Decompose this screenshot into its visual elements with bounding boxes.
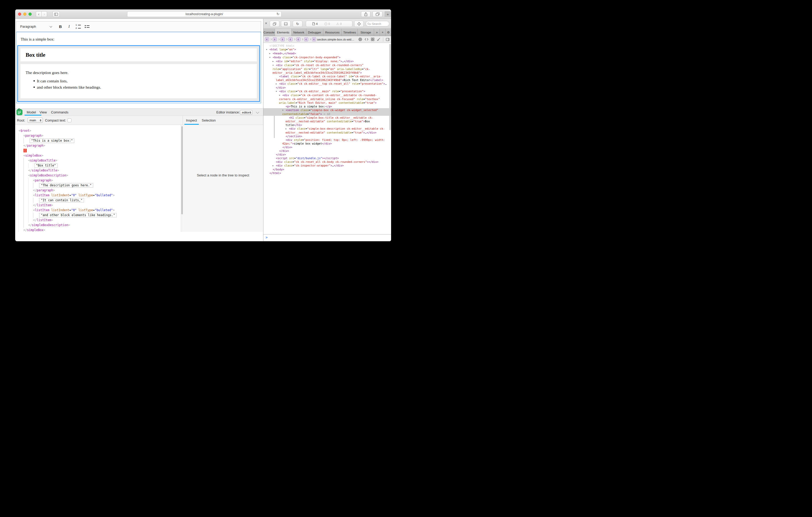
chevron-down-icon[interactable]	[50, 25, 52, 28]
root-select[interactable]: main	[27, 118, 43, 123]
expanded-arrow-icon[interactable]: ▼	[276, 90, 279, 93]
model-tree-row[interactable]: <listItem listIndent="0" listType="bulle…	[15, 208, 181, 213]
tab-storage[interactable]: Storage	[357, 29, 374, 36]
tab-selection[interactable]: Selection	[202, 116, 215, 125]
model-tree-row[interactable]: <simpleBoxTitle>	[15, 158, 181, 163]
tab-view[interactable]: View	[39, 109, 47, 116]
tab-resources[interactable]: Resources	[323, 29, 342, 36]
dom-tree-row[interactable]: ▼<section class="simple-box ck-widget ck…	[263, 108, 391, 116]
back-button[interactable]: ‹	[36, 11, 41, 17]
dom-tree-row[interactable]: </div>	[263, 153, 391, 156]
dom-tree-row[interactable]: ▶<div class="simple-box-description ck-e…	[263, 127, 391, 134]
compact-text-checkbox[interactable]	[67, 118, 71, 122]
expanded-arrow-icon[interactable]: ▼	[279, 94, 283, 97]
simple-box-widget[interactable]: Box title The description goes here. It …	[17, 45, 260, 102]
model-tree-row[interactable]: </listItem>	[15, 218, 181, 223]
model-tree-row[interactable]: </simpleBoxTitle>	[15, 168, 181, 173]
intro-paragraph[interactable]: This is a simple box:	[21, 37, 54, 41]
quick-console[interactable]: >	[263, 234, 391, 241]
list-item[interactable]: It can contain lists,	[37, 79, 67, 83]
reload-icon[interactable]: ↻	[277, 12, 280, 16]
tab-overview-button[interactable]	[373, 11, 382, 17]
tab-timelines[interactable]: Timelines	[342, 29, 357, 36]
collapsed-arrow-icon[interactable]: ▶	[285, 127, 289, 131]
dom-tree-row[interactable]: ▶<head>…</head>	[263, 52, 391, 55]
zoom-window-button[interactable]	[29, 12, 32, 16]
devtools-search-input[interactable]: Search	[366, 21, 389, 26]
dom-tree-row[interactable]: </div>	[263, 149, 391, 153]
description-paragraph[interactable]: The description goes here.	[26, 70, 68, 75]
dom-tree-row[interactable]: ▶<div class="ck ck-editor__top ck-reset_…	[263, 82, 391, 89]
model-tree-row[interactable]: <listItem listIndent="0" listType="bulle…	[15, 193, 181, 198]
element-picker-button[interactable]	[354, 21, 364, 27]
close-window-button[interactable]	[18, 12, 21, 16]
breadcrumb-element-badge[interactable]: E	[265, 37, 269, 41]
model-tree-row[interactable]: "It can contain lists,"	[15, 198, 181, 203]
tab-commands[interactable]: Commands	[51, 109, 68, 116]
model-tree-row[interactable]: <simpleBoxDescription>	[15, 173, 181, 178]
list-item[interactable]: and other block elements like headings.	[37, 85, 101, 90]
breadcrumb-element-badge[interactable]: E	[289, 37, 292, 41]
devtools-reload-button[interactable]: ↻	[293, 21, 302, 27]
sidebar-toggle-button[interactable]	[53, 11, 60, 17]
collapsed-arrow-icon[interactable]: ▶	[276, 82, 279, 86]
model-tree-row[interactable]: "Box title"	[15, 163, 181, 168]
box-title[interactable]: Box title	[26, 48, 45, 61]
dom-tree-row[interactable]: <!DOCTYPE html>	[263, 44, 391, 48]
paragraph-dropdown[interactable]: Paragraph	[20, 22, 36, 32]
dom-tree-row[interactable]: ▼<div class="ck ck-content ck-editor__ed…	[263, 93, 391, 104]
model-tree-row[interactable]: "The description goes here."	[15, 183, 181, 188]
more-tabs-button[interactable]: »	[374, 29, 380, 36]
breadcrumb-current-badge[interactable]: E	[312, 37, 316, 41]
model-tree-row[interactable]: <simpleBox>	[15, 153, 181, 158]
breadcrumb-element-badge[interactable]: E	[281, 37, 285, 41]
model-tree-row[interactable]: [	[15, 148, 181, 153]
minimize-window-button[interactable]	[23, 12, 26, 16]
close-devtools-button[interactable]: ×	[265, 21, 267, 25]
numbered-list-button[interactable]: 1 2	[74, 22, 82, 32]
expanded-arrow-icon[interactable]: ▼	[282, 109, 286, 112]
model-tree-row[interactable]: </simpleBoxDescription>	[15, 223, 181, 227]
print-icon[interactable]	[358, 38, 362, 41]
dom-tree-row[interactable]: </html>	[263, 171, 391, 175]
dom-tree-row[interactable]: </section>	[263, 134, 391, 138]
tab-network[interactable]: Network	[292, 29, 306, 36]
model-tree-row[interactable]: "and other block elements like headings.…	[15, 213, 181, 218]
italic-button[interactable]: I	[66, 22, 72, 32]
dom-tree-row[interactable]: <script src="dist/bundle.js"></script>	[263, 156, 391, 160]
simple-box-description-area[interactable]: The description goes here. It can contai…	[21, 64, 257, 98]
dom-tree-row[interactable]: ▼<div class="ck ck-editor__main" role="p…	[263, 89, 391, 93]
dom-tree-row[interactable]: <p>This is a simple box:</p>	[263, 104, 391, 108]
dom-tree-row[interactable]: ▼<body class="ck-inspector-body-expanded…	[263, 55, 391, 59]
dom-tree-row[interactable]: ▶<div class="ck-inspector-wrapper">…</di…	[263, 163, 391, 168]
bulleted-list-button[interactable]	[83, 22, 91, 32]
source-code-icon[interactable]	[365, 38, 368, 41]
details-sidebar-icon[interactable]	[386, 38, 389, 41]
model-tree-scrollbar[interactable]	[181, 125, 183, 232]
dock-bottom-button[interactable]	[281, 21, 291, 27]
dom-tree-row[interactable]: </body>	[263, 168, 391, 171]
bold-button[interactable]: B	[57, 22, 64, 32]
model-tree-row[interactable]: </listItem>	[15, 203, 181, 208]
dom-tree-row[interactable]: <label class="ck ck-label ck-voice-label…	[263, 74, 391, 82]
expanded-arrow-icon[interactable]: ▼	[266, 48, 269, 52]
dom-tree-row[interactable]: ▶<div id="editor" style="display: none;"…	[263, 59, 391, 63]
rich-text-editable[interactable]: This is a simple box: Box title The desc…	[16, 32, 261, 103]
model-tree-row[interactable]: <paragraph>	[15, 133, 181, 138]
dom-tree-row[interactable]: ▼<html lang="en">	[263, 48, 391, 52]
model-tree-row[interactable]: "This is a simple box:"	[15, 138, 181, 143]
grid-icon[interactable]	[371, 38, 374, 41]
model-tree-row[interactable]: <$root>	[15, 128, 181, 133]
expanded-arrow-icon[interactable]: ▼	[272, 63, 276, 67]
breadcrumb-current-label[interactable]: section.simple-box.ck-wid…	[317, 38, 354, 41]
model-tree-row[interactable]: <paragraph>	[15, 178, 181, 183]
collapsed-arrow-icon[interactable]: ▶	[272, 164, 276, 168]
issues-group[interactable]: 4 ! 0 ⚠ 0	[306, 21, 352, 27]
dom-tree-row[interactable]: </div>	[263, 145, 391, 149]
dom-tree-row[interactable]: <div style="position: fixed; top: 0px; l…	[263, 138, 391, 145]
settings-button[interactable]: ⚙	[385, 29, 391, 36]
collapsed-arrow-icon[interactable]: ▶	[269, 52, 272, 55]
forward-button[interactable]: ›	[41, 11, 47, 17]
dom-tree-scrollbar[interactable]	[389, 44, 391, 130]
editor-instance-select[interactable]: editor	[240, 110, 253, 115]
